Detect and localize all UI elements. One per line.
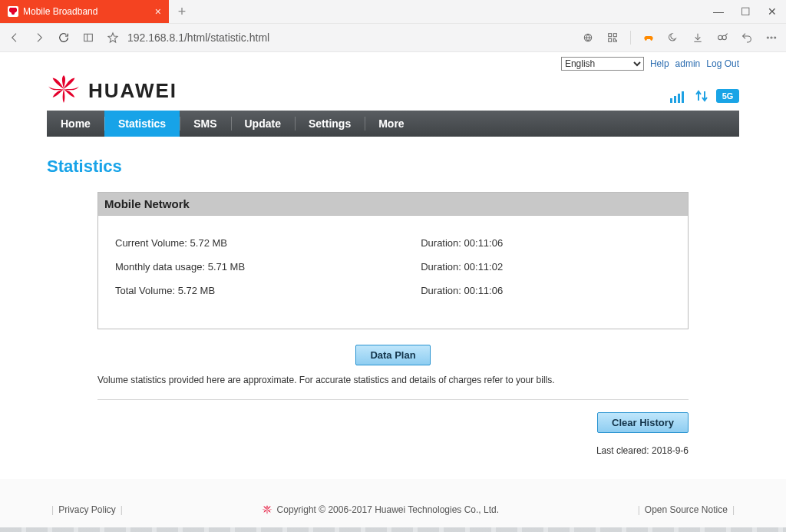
nav-more[interactable]: More — [365, 111, 418, 137]
svg-point-11 — [767, 37, 768, 38]
main-nav: Home Statistics SMS Update Settings More — [47, 111, 739, 137]
logout-link[interactable]: Log Out — [706, 58, 739, 69]
svg-point-8 — [718, 35, 722, 39]
approximate-note: Volume statistics provided here are appr… — [97, 375, 689, 385]
header: HUAWEI 5G — [47, 71, 739, 111]
stats-panel: Mobile Network Current Volume: 5.72 MB D… — [97, 192, 689, 456]
svg-rect-16 — [678, 94, 680, 103]
menu-icon[interactable] — [765, 31, 778, 45]
address-bar — [106, 31, 570, 45]
last-cleared-label: Last cleared: — [596, 445, 649, 456]
tab-strip: Mobile Broadband × + — ☐ ✕ — [0, 0, 786, 24]
undo-icon[interactable] — [740, 31, 754, 45]
svg-rect-15 — [674, 96, 676, 103]
status-icons: 5G — [670, 89, 739, 103]
window-controls: — ☐ ✕ — [713, 0, 786, 23]
total-value: 5.72 MB — [178, 285, 215, 296]
page: English Help admin Log Out — [0, 52, 786, 479]
forward-icon[interactable] — [32, 31, 46, 45]
stat-row-total: Total Volume: 5.72 MB Duration: 00:11:06 — [115, 279, 671, 302]
stat-row-current: Current Volume: 5.72 MB Duration: 00:11:… — [115, 231, 671, 255]
open-source-link[interactable]: Open Source Notice — [645, 504, 728, 515]
svg-text:5G: 5G — [722, 91, 734, 101]
sidebar-icon[interactable] — [81, 31, 95, 45]
ie-mode-icon[interactable] — [581, 31, 595, 45]
total-label: Total Volume: — [115, 285, 175, 296]
network-5g-icon: 5G — [716, 89, 739, 103]
svg-line-10 — [725, 34, 728, 36]
window-minimize-icon[interactable]: — — [713, 5, 724, 18]
clear-history-button[interactable]: Clear History — [597, 412, 689, 433]
last-cleared: Last cleared: 2018-9-6 — [97, 445, 689, 456]
panel-header: Mobile Network — [98, 193, 688, 216]
svg-point-13 — [774, 37, 776, 38]
svg-rect-14 — [670, 98, 672, 103]
monthly-label: Monthly data usage: — [115, 261, 205, 273]
svg-rect-5 — [613, 34, 616, 37]
brand-text: HUAWEI — [88, 79, 177, 103]
svg-marker-2 — [108, 33, 117, 42]
download-icon[interactable] — [691, 31, 705, 45]
nav-statistics[interactable]: Statistics — [104, 111, 180, 137]
taskbar-sliver — [0, 527, 786, 532]
separator — [630, 31, 631, 45]
tab-title: Mobile Broadband — [23, 6, 97, 17]
svg-rect-17 — [682, 91, 684, 103]
last-cleared-value: 2018-9-6 — [652, 445, 689, 456]
reload-icon[interactable] — [57, 31, 71, 45]
tab-close-icon[interactable]: × — [155, 6, 161, 17]
current-volume-value: 5.72 MB — [190, 237, 227, 249]
browser-chrome: Mobile Broadband × + — ☐ ✕ — [0, 0, 786, 52]
footer: | Privacy Policy | Copyright © 2006-2017… — [0, 497, 786, 515]
nav-sms[interactable]: SMS — [180, 111, 230, 137]
new-tab-button[interactable]: + — [169, 0, 195, 23]
signal-bars-icon — [670, 89, 687, 103]
gamepad-icon[interactable] — [642, 31, 656, 45]
user-link[interactable]: admin — [675, 58, 701, 69]
huawei-flower-icon — [47, 75, 81, 103]
up-down-arrows-icon — [695, 89, 708, 103]
screenshot-icon[interactable] — [715, 31, 729, 45]
svg-rect-0 — [84, 34, 93, 41]
nav-update[interactable]: Update — [231, 111, 295, 137]
window-maximize-icon[interactable]: ☐ — [741, 5, 751, 18]
nav-home[interactable]: Home — [47, 111, 104, 137]
huawei-flower-icon-small — [262, 504, 272, 515]
current-duration-value: 00:11:06 — [464, 237, 504, 249]
browser-toolbar — [0, 24, 786, 52]
window-close-icon[interactable]: ✕ — [768, 5, 777, 18]
page-topbar: English Help admin Log Out — [47, 52, 739, 71]
night-mode-icon[interactable] — [666, 31, 680, 45]
current-duration-label: Duration: — [421, 237, 461, 249]
favorite-icon[interactable] — [106, 31, 120, 45]
svg-rect-6 — [609, 38, 612, 41]
total-duration-label: Duration: — [421, 285, 461, 296]
privacy-policy-link[interactable]: Privacy Policy — [58, 504, 116, 515]
content: Statistics Mobile Network Current Volume… — [47, 137, 739, 479]
nav-settings[interactable]: Settings — [295, 111, 365, 137]
browser-tab-active[interactable]: Mobile Broadband × — [0, 0, 169, 23]
monthly-duration-value: 00:11:02 — [464, 261, 504, 273]
help-link[interactable]: Help — [650, 58, 669, 69]
current-volume-label: Current Volume: — [115, 237, 187, 249]
divider — [97, 399, 689, 400]
language-select[interactable]: English — [561, 57, 644, 71]
monthly-value: 5.71 MB — [208, 261, 245, 273]
qr-icon[interactable] — [606, 31, 619, 45]
brand-logo: HUAWEI — [47, 75, 177, 103]
back-icon[interactable] — [8, 31, 21, 45]
url-input[interactable] — [126, 31, 451, 45]
data-plan-button[interactable]: Data Plan — [355, 345, 430, 365]
favicon-icon — [8, 6, 18, 17]
svg-point-12 — [771, 37, 772, 38]
copyright-text: Copyright © 2006-2017 Huawei Technologie… — [277, 504, 499, 515]
page-title: Statistics — [47, 157, 739, 177]
total-duration-value: 00:11:06 — [464, 285, 504, 296]
monthly-duration-label: Duration: — [421, 261, 461, 273]
svg-point-9 — [722, 35, 726, 39]
svg-rect-4 — [609, 34, 612, 37]
toolbar-right — [581, 31, 778, 45]
stat-row-monthly: Monthly data usage: 5.71 MB Duration: 00… — [115, 255, 671, 279]
